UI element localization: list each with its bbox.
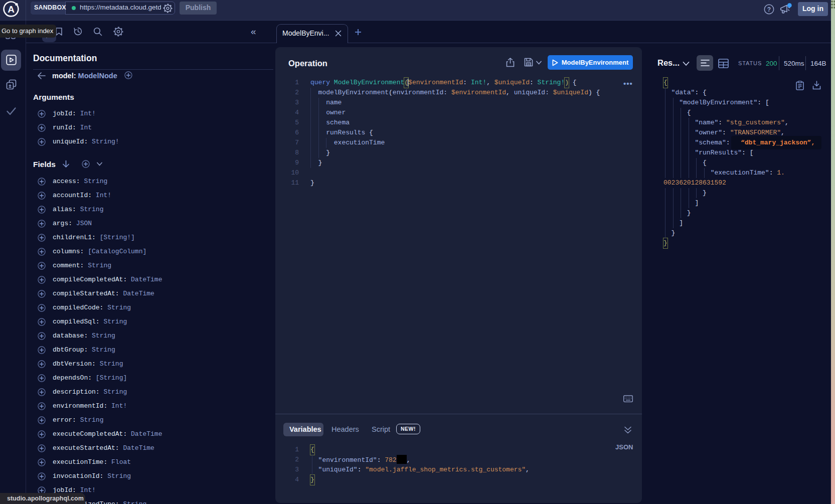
svg-text:A: A [8,4,15,15]
svg-text:?: ? [767,6,771,13]
